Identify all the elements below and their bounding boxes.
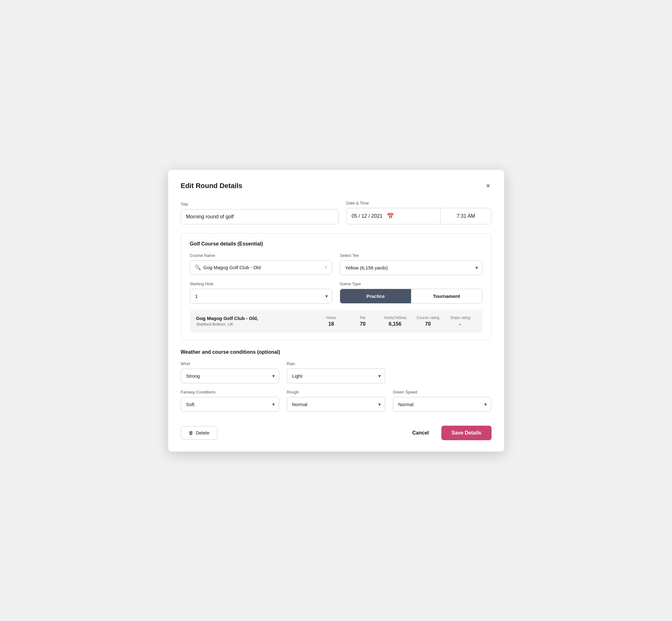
fairway-dropdown[interactable]: Soft Normal Hard (181, 397, 279, 412)
fairway-group: Fairway Conditions Soft Normal Hard ▾ (181, 390, 279, 412)
course-info-card: Gog Magog Golf Club - Old, Shelford Bott… (190, 310, 482, 333)
green-speed-label: Green Speed (393, 390, 491, 395)
game-type-toggle: Practice Tournament (340, 289, 482, 303)
starting-hole-label: Starting Hole (190, 282, 333, 286)
golf-course-title: Golf Course details (Essential) (190, 241, 482, 247)
footer-right: Cancel Save Details (407, 426, 492, 440)
select-tee-group: Select Tee Yellow (6,156 yards) Red (5,2… (340, 253, 482, 275)
course-info-name: Gog Magog Golf Club - Old, Shelford Bott… (196, 316, 316, 327)
starting-hole-dropdown[interactable]: 1 10 (190, 289, 333, 303)
datetime-field-group: Date & Time 05 / 12 / 2021 📅 7:31 AM (346, 201, 492, 224)
select-tee-dropdown[interactable]: Yellow (6,156 yards) Red (5,200 yards) W… (340, 260, 482, 275)
save-button[interactable]: Save Details (442, 426, 491, 440)
slope-rating-value: - (459, 321, 461, 327)
title-label: Title (181, 202, 339, 207)
practice-button[interactable]: Practice (340, 289, 411, 303)
slope-rating-stat: Slope rating - (445, 316, 476, 327)
close-button[interactable]: × (485, 181, 492, 191)
par-stat: Par 70 (347, 316, 379, 327)
clear-course-icon[interactable]: × (325, 264, 328, 270)
course-info-location: Shelford Bottom, UK (196, 322, 316, 327)
modal-title: Edit Round Details (181, 182, 243, 190)
fairway-label: Fairway Conditions (181, 390, 279, 395)
rough-group: Rough Soft Normal Hard ▾ (287, 390, 385, 412)
date-value: 05 / 12 / 2021 (352, 213, 383, 219)
modal-header: Edit Round Details × (181, 181, 492, 191)
holes-label: Holes (326, 316, 336, 320)
datetime-row: 05 / 12 / 2021 📅 7:31 AM (346, 208, 492, 224)
title-field-group: Title (181, 202, 339, 224)
rain-group: Rain None Light Moderate Heavy ▾ (287, 361, 385, 383)
course-name-group: Course Name 🔍 × (190, 253, 333, 275)
weather-section: Weather and course conditions (optional)… (181, 349, 492, 412)
green-speed-wrap: Slow Normal Fast ▾ (393, 397, 491, 412)
date-part[interactable]: 05 / 12 / 2021 📅 (347, 208, 441, 224)
holes-stat: Holes 18 (316, 316, 347, 327)
course-rating-stat: Course rating 70 (411, 316, 444, 327)
delete-label: Delete (196, 430, 209, 436)
course-name-label: Course Name (190, 253, 333, 258)
green-speed-dropdown[interactable]: Slow Normal Fast (393, 397, 491, 412)
course-name-input-wrap[interactable]: 🔍 × (190, 260, 333, 275)
yards-label: Yards(Yellow) (384, 316, 407, 320)
footer: 🗑 Delete Cancel Save Details (181, 421, 492, 440)
starting-hole-wrap: 1 10 ▾ (190, 289, 333, 303)
course-name-input[interactable] (204, 265, 322, 270)
course-rating-label: Course rating (416, 316, 439, 320)
trash-icon: 🗑 (189, 430, 194, 436)
course-rating-value: 70 (425, 321, 431, 327)
wind-group: Wind None Light Moderate Strong ▾ (181, 361, 279, 383)
rough-label: Rough (287, 390, 385, 395)
weather-title: Weather and course conditions (optional) (181, 349, 492, 355)
rough-dropdown[interactable]: Soft Normal Hard (287, 397, 385, 412)
course-info-name-text: Gog Magog Golf Club - Old, (196, 316, 316, 321)
game-type-label: Game Type (340, 282, 482, 286)
starting-hole-group: Starting Hole 1 10 ▾ (190, 282, 333, 303)
par-value: 70 (360, 321, 366, 327)
rain-dropdown[interactable]: None Light Moderate Heavy (287, 369, 385, 383)
fairway-wrap: Soft Normal Hard ▾ (181, 397, 279, 412)
green-speed-group: Green Speed Slow Normal Fast ▾ (393, 390, 491, 412)
wind-dropdown[interactable]: None Light Moderate Strong (181, 369, 279, 383)
wind-rain-row: Wind None Light Moderate Strong ▾ Rain N… (181, 361, 492, 383)
delete-button[interactable]: 🗑 Delete (181, 426, 217, 440)
yards-stat: Yards(Yellow) 6,156 (379, 316, 412, 327)
wind-label: Wind (181, 361, 279, 366)
cancel-button[interactable]: Cancel (407, 426, 434, 440)
select-tee-label: Select Tee (340, 253, 482, 258)
fairway-rough-green-row: Fairway Conditions Soft Normal Hard ▾ Ro… (181, 390, 492, 412)
golf-course-section: Golf Course details (Essential) Course N… (181, 233, 492, 340)
starting-hole-game-type-row: Starting Hole 1 10 ▾ Game Type Practice … (190, 282, 482, 303)
datetime-label: Date & Time (346, 201, 492, 205)
search-icon: 🔍 (195, 264, 201, 271)
rain-label: Rain (287, 361, 385, 366)
title-input[interactable] (181, 209, 339, 224)
time-value: 7:31 AM (457, 213, 475, 219)
course-name-tee-row: Course Name 🔍 × Select Tee Yellow (6,156… (190, 253, 482, 275)
rough-wrap: Soft Normal Hard ▾ (287, 397, 385, 412)
yards-value: 6,156 (389, 321, 401, 327)
select-tee-wrap: Yellow (6,156 yards) Red (5,200 yards) W… (340, 260, 482, 275)
edit-round-modal: Edit Round Details × Title Date & Time 0… (168, 170, 504, 452)
calendar-icon: 📅 (387, 213, 394, 220)
slope-rating-label: Slope rating (450, 316, 470, 320)
holes-value: 18 (328, 321, 334, 327)
tournament-button[interactable]: Tournament (411, 289, 482, 303)
rain-wrap: None Light Moderate Heavy ▾ (287, 369, 385, 383)
game-type-group: Game Type Practice Tournament (340, 282, 482, 303)
par-label: Par (360, 316, 366, 320)
wind-wrap: None Light Moderate Strong ▾ (181, 369, 279, 383)
top-row: Title Date & Time 05 / 12 / 2021 📅 7:31 … (181, 201, 492, 224)
time-part[interactable]: 7:31 AM (441, 208, 491, 224)
